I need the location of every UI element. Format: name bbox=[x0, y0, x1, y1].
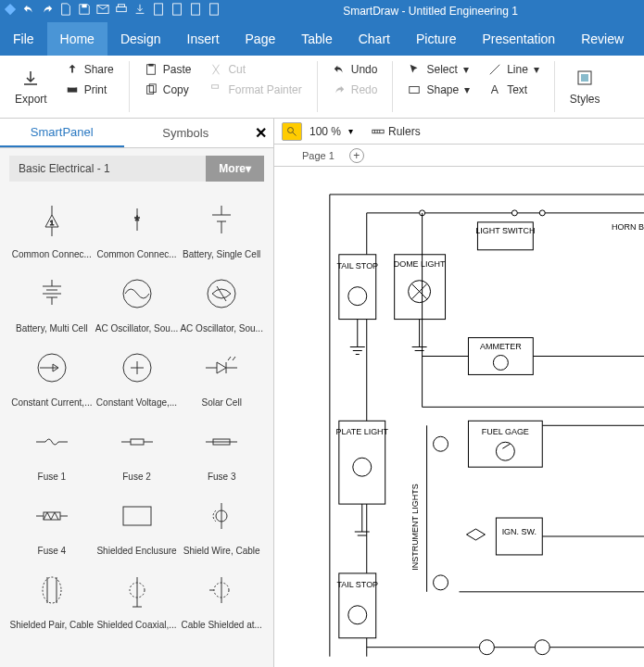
undo-icon[interactable] bbox=[22, 3, 35, 19]
styles-button[interactable]: Styles bbox=[566, 61, 604, 112]
svg-rect-15 bbox=[410, 87, 420, 94]
line-button[interactable]: Line▾ bbox=[485, 61, 543, 78]
svg-text:HORN B: HORN B bbox=[612, 222, 644, 232]
print-icon[interactable] bbox=[115, 3, 128, 19]
svg-rect-61 bbox=[123, 507, 151, 525]
symbol-label: Common Connec... bbox=[95, 249, 180, 263]
symbol-item[interactable]: Battery, Single Cell bbox=[179, 189, 264, 263]
canvas-area: 100 % ▾ Rulers Page 1 + LIGHT SWITCH bbox=[274, 119, 644, 667]
symbol-item[interactable]: Shielded Enclusure bbox=[95, 485, 180, 560]
symbol-item[interactable]: Shielded Pair, Cable bbox=[9, 560, 95, 634]
symbol-label: Shielded Coaxial,... bbox=[95, 620, 180, 634]
menu-chart[interactable]: Chart bbox=[346, 22, 403, 56]
menu-home[interactable]: Home bbox=[47, 22, 107, 56]
close-panel-button[interactable]: ✕ bbox=[247, 119, 273, 147]
svg-rect-54 bbox=[131, 439, 144, 445]
print-button[interactable]: Print bbox=[62, 82, 118, 98]
svg-point-108 bbox=[353, 458, 372, 476]
select-button[interactable]: Select▾ bbox=[404, 61, 474, 78]
doc-icon[interactable] bbox=[208, 3, 221, 19]
symbol-item[interactable]: Constant Current,... bbox=[9, 337, 95, 411]
symbol-item[interactable]: Shield Wire, Cable bbox=[179, 485, 264, 560]
more-button[interactable]: More ▾ bbox=[206, 156, 264, 182]
redo-icon[interactable] bbox=[41, 3, 54, 19]
redo-button[interactable]: Redo bbox=[329, 82, 382, 98]
symbol-label: Battery, Single Cell bbox=[179, 249, 264, 263]
symbol-grid: 1Common Connec...*Common Connec...Batter… bbox=[0, 185, 273, 667]
export-button[interactable]: Export bbox=[11, 61, 51, 112]
menu-page[interactable]: Page bbox=[233, 22, 289, 56]
canvas[interactable]: LIGHT SWITCH HORN B TAIL STOP DOME LIGHT… bbox=[274, 167, 644, 667]
symbol-item[interactable]: 1Common Connec... bbox=[9, 189, 95, 263]
svg-rect-6 bbox=[192, 4, 200, 15]
menu-presentation[interactable]: Presentation bbox=[470, 22, 569, 56]
symbol-label: Shielded Enclusure bbox=[95, 546, 180, 560]
cut-button[interactable]: Cut bbox=[206, 61, 305, 78]
new-file-icon[interactable] bbox=[59, 3, 72, 19]
save-icon[interactable] bbox=[78, 3, 91, 19]
symbol-item[interactable]: Constant Voltage,... bbox=[95, 337, 180, 411]
menu-insert[interactable]: Insert bbox=[174, 22, 233, 56]
mail-icon[interactable] bbox=[96, 3, 109, 19]
doc-icon[interactable] bbox=[170, 3, 183, 19]
doc-icon[interactable] bbox=[189, 3, 202, 19]
left-panel: SmartPanel Symbols ✕ Basic Electrical - … bbox=[0, 119, 274, 667]
symbol-item[interactable]: Cable Shielded at... bbox=[179, 560, 264, 634]
svg-text:DOME LIGHT: DOME LIGHT bbox=[394, 259, 446, 269]
symbol-item[interactable]: *Common Connec... bbox=[95, 189, 180, 263]
svg-text:IGN. SW.: IGN. SW. bbox=[502, 527, 537, 536]
svg-rect-8 bbox=[67, 87, 77, 92]
svg-point-132 bbox=[479, 640, 494, 655]
zoom-level[interactable]: 100 % bbox=[309, 125, 341, 138]
doc-icon[interactable] bbox=[152, 3, 165, 19]
chevron-down-icon: ▾ bbox=[463, 63, 469, 76]
zoom-search-icon[interactable] bbox=[282, 122, 302, 141]
svg-rect-14 bbox=[212, 85, 219, 89]
svg-point-114 bbox=[434, 436, 448, 451]
tab-smartpanel[interactable]: SmartPanel bbox=[0, 119, 124, 147]
add-page-button[interactable]: + bbox=[349, 148, 364, 163]
shape-button[interactable]: Shape▾ bbox=[404, 82, 474, 98]
symbol-item[interactable]: Solar Cell bbox=[179, 337, 264, 411]
svg-text:TAIL STOP: TAIL STOP bbox=[336, 580, 378, 589]
menu-file[interactable]: File bbox=[0, 22, 47, 56]
svg-point-115 bbox=[434, 575, 448, 590]
export-icon[interactable] bbox=[133, 3, 146, 19]
symbol-item[interactable]: Battery, Multi Cell bbox=[9, 263, 95, 337]
svg-rect-3 bbox=[119, 5, 125, 7]
menu-bar: FileHomeDesignInsertPageTableChartPictur… bbox=[0, 22, 644, 56]
paste-button[interactable]: Paste bbox=[141, 61, 196, 78]
undo-button[interactable]: Undo bbox=[329, 61, 382, 78]
symbol-item[interactable]: AC Oscillator, Sou... bbox=[95, 263, 180, 337]
text-button[interactable]: AText bbox=[485, 82, 543, 98]
symbol-item[interactable]: Fuse 3 bbox=[179, 411, 264, 485]
symbol-item[interactable]: Fuse 4 bbox=[9, 485, 95, 560]
symbol-item[interactable]: Fuse 1 bbox=[9, 411, 95, 485]
svg-rect-19 bbox=[581, 74, 588, 82]
symbol-label: Fuse 2 bbox=[95, 472, 180, 485]
svg-text:A: A bbox=[491, 83, 499, 96]
svg-point-118 bbox=[496, 442, 514, 460]
rulers-button[interactable]: Rulers bbox=[372, 125, 421, 138]
symbol-label: AC Oscillator, Sou... bbox=[95, 323, 180, 337]
svg-rect-0 bbox=[82, 5, 86, 8]
share-button[interactable]: Share bbox=[62, 61, 118, 78]
menu-picture[interactable]: Picture bbox=[403, 22, 470, 56]
ribbon: Export Share Print Paste Copy Cut Format… bbox=[0, 56, 644, 119]
menu-support[interactable]: Support bbox=[637, 22, 644, 56]
tab-symbols[interactable]: Symbols bbox=[124, 119, 248, 147]
symbol-label: Shielded Pair, Cable bbox=[9, 620, 95, 634]
symbol-item[interactable]: Shielded Coaxial,... bbox=[95, 560, 180, 634]
svg-point-81 bbox=[511, 210, 517, 216]
svg-text:LIGHT SWITCH: LIGHT SWITCH bbox=[475, 226, 535, 235]
page-tab[interactable]: Page 1 bbox=[302, 150, 335, 161]
chevron-down-icon[interactable]: ▾ bbox=[348, 126, 353, 136]
menu-design[interactable]: Design bbox=[107, 22, 174, 56]
menu-table[interactable]: Table bbox=[288, 22, 345, 56]
symbol-item[interactable]: Fuse 2 bbox=[95, 411, 180, 485]
copy-button[interactable]: Copy bbox=[141, 82, 196, 98]
format-painter-button[interactable]: Format Painter bbox=[206, 82, 305, 98]
svg-text:*: * bbox=[134, 213, 140, 228]
symbol-item[interactable]: AC Oscillator, Sou... bbox=[179, 263, 264, 337]
menu-review[interactable]: Review bbox=[568, 22, 637, 56]
